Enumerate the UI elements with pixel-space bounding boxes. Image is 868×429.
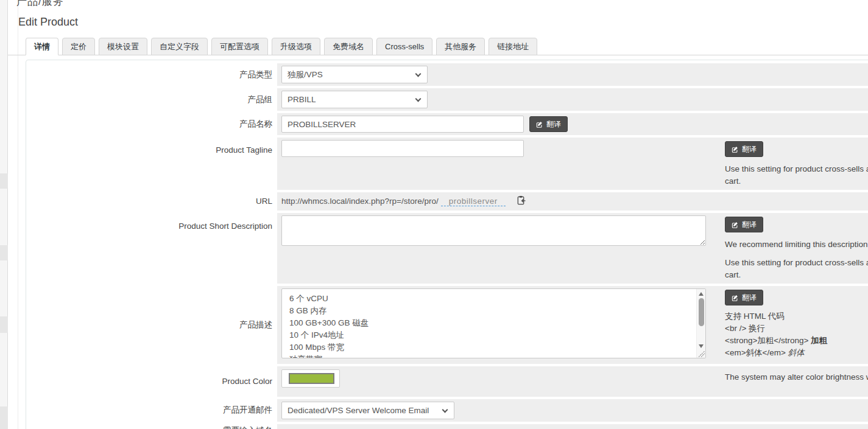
description-label: 产品描述 [26, 286, 277, 364]
copy-to-clipboard-icon[interactable] [517, 195, 526, 205]
tagline-label: Product Tagline [26, 138, 277, 190]
product-group-select[interactable]: PRBILL [281, 91, 428, 108]
tab-upgrades[interactable]: 升级选项 [272, 38, 320, 55]
product-type-select[interactable]: 独服/VPS [281, 66, 428, 83]
short-description-textarea[interactable] [281, 215, 706, 246]
form-row-url: URL http://whmcs.local/index.php?rp=/sto… [26, 192, 868, 211]
description-line: 8 GB 内存 [289, 305, 690, 317]
translate-button[interactable]: 翻译 [725, 290, 763, 305]
form-row-product-name: 产品名称 翻译 [26, 113, 868, 135]
description-line: 10 个 IPv4地址 [289, 329, 690, 341]
tab-links[interactable]: 链接地址 [489, 38, 537, 55]
url-slug-editable[interactable]: probillserver [441, 197, 506, 206]
description-help-em: <em>斜体</em> 斜体 [725, 347, 868, 359]
tab-content-panel: 产品类型 独服/VPS 产品组 PRBILL 产品名称 翻译 [26, 60, 868, 429]
tagline-input[interactable] [281, 140, 524, 157]
sidebar-item-block[interactable] [0, 406, 8, 429]
short-description-help-1: We recommend limiting this description t… [725, 239, 868, 251]
description-line: 独享带宽 [289, 354, 690, 358]
welcome-email-selected-value: Dedicated/VPS Server Welcome Email [288, 406, 429, 415]
product-type-label: 产品类型 [26, 63, 277, 86]
translate-button[interactable]: 翻译 [529, 116, 568, 132]
edit-pencil-icon [536, 121, 543, 128]
tab-free-domain[interactable]: 免费域名 [324, 38, 373, 55]
edit-pencil-icon [732, 295, 738, 301]
translate-button[interactable]: 翻译 [725, 141, 763, 157]
url-label: URL [26, 192, 277, 211]
edit-pencil-icon [732, 221, 738, 228]
tagline-help-text: Use this setting for product cross-sells… [725, 163, 868, 187]
chevron-down-icon [415, 96, 422, 102]
url-base-text: http://whmcs.local/index.php?rp=/store/p… [281, 197, 439, 206]
welcome-email-select[interactable]: Dedicated/VPS Server Welcome Email [281, 402, 454, 419]
sidebar-item-block[interactable] [0, 245, 8, 260]
scrollbar[interactable] [696, 289, 705, 358]
form-row-tagline: Product Tagline 翻译 Use this setting for … [26, 138, 868, 190]
form-row-product-type: 产品类型 独服/VPS [26, 63, 868, 86]
welcome-email-label: 产品开通邮件 [26, 399, 277, 422]
tab-cross-sells[interactable]: Cross-sells [376, 38, 432, 55]
collapsed-sidebar[interactable] [0, 0, 8, 429]
tab-other[interactable]: 其他服务 [436, 38, 485, 55]
description-line: 6 个 vCPU [289, 293, 690, 305]
tab-custom-fields[interactable]: 自定义字段 [151, 38, 208, 55]
description-textarea[interactable]: 6 个 vCPU 8 GB 内存 100 GB+300 GB 磁盘 10 个 I… [281, 288, 706, 358]
description-help-br: <br /> 换行 [725, 323, 868, 335]
product-name-label: 产品名称 [26, 113, 277, 135]
form-row-color: Product Color The system may alter color… [26, 366, 868, 397]
description-line: 100 Mbps 带宽 [289, 341, 690, 354]
chevron-down-icon [442, 407, 448, 413]
sidebar-item-block[interactable] [0, 316, 8, 333]
product-group-selected-value: PRBILL [288, 95, 316, 104]
description-line: 100 GB+300 GB 磁盘 [289, 317, 690, 329]
product-type-selected-value: 独服/VPS [288, 69, 323, 80]
short-description-help-2: Use this setting for product cross-sells… [725, 257, 868, 281]
sidebar-item-block[interactable] [0, 173, 8, 189]
resize-handle[interactable] [699, 351, 705, 357]
description-help-strong: <strong>加粗</strong> 加粗 [725, 335, 868, 347]
edit-pencil-icon [732, 146, 738, 153]
scroll-up-arrow-icon[interactable] [699, 292, 704, 296]
form-row-welcome-email: 产品开通邮件 Dedicated/VPS Server Welcome Emai… [26, 399, 868, 422]
page-title: Edit Product [18, 16, 78, 29]
tab-details[interactable]: 详情 [26, 38, 58, 55]
gutter-divider [18, 0, 18, 429]
scroll-down-arrow-icon[interactable] [699, 344, 704, 348]
color-picker-input[interactable] [281, 369, 340, 388]
translate-button[interactable]: 翻译 [725, 217, 763, 232]
form-row-product-group: 产品组 PRBILL [26, 88, 868, 111]
chevron-down-icon [415, 71, 422, 77]
tab-configurable-options[interactable]: 可配置选项 [211, 38, 268, 55]
color-help-text: The system may alter color brightness wh… [725, 371, 868, 383]
description-help-html: 支持 HTML 代码 [725, 310, 868, 323]
product-group-label: 产品组 [26, 88, 277, 111]
tab-bar: 详情 定价 模块设置 自定义字段 可配置选项 升级选项 免费域名 Cross-s… [26, 38, 541, 55]
color-swatch [289, 373, 334, 384]
form-row-description: 产品描述 6 个 vCPU 8 GB 内存 100 GB+300 GB 磁盘 1… [26, 286, 868, 364]
short-description-label: Product Short Description [26, 213, 277, 284]
form-row-require-domain: 需要输入域名 选中勾选框显示域名注册选项 [26, 424, 868, 429]
scrollbar-thumb[interactable] [699, 298, 704, 326]
tab-pricing[interactable]: 定价 [62, 38, 95, 55]
product-name-input[interactable] [281, 116, 524, 133]
tab-module-settings[interactable]: 模块设置 [99, 38, 147, 55]
color-label: Product Color [26, 366, 277, 397]
breadcrumb: 产品/服务 [16, 0, 64, 9]
form-row-short-description: Product Short Description 翻译 We recommen… [26, 213, 868, 284]
require-domain-label: 需要输入域名 [26, 424, 277, 429]
